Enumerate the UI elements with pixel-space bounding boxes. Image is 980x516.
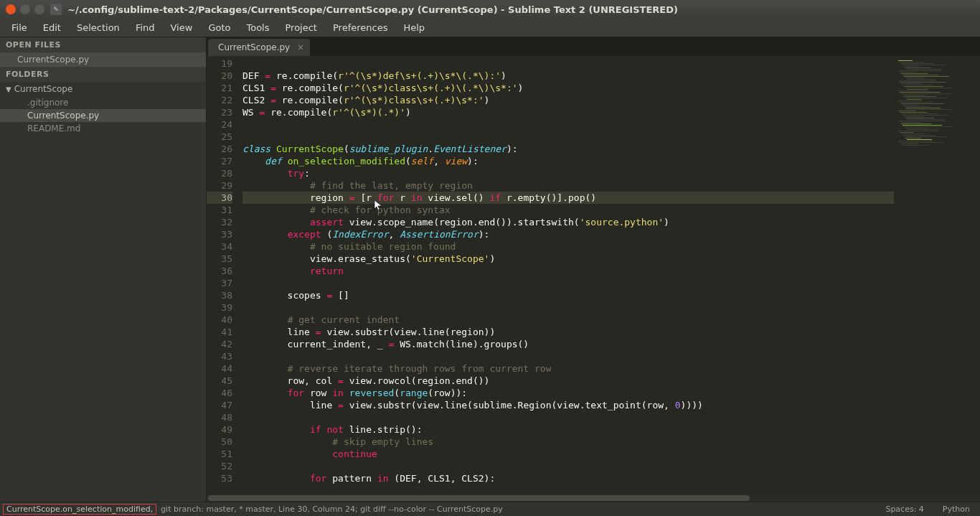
status-current-scope[interactable]: CurrentScope.on_selection_modified,	[3, 504, 156, 515]
sidebar: OPEN FILES CurrentScope.py FOLDERS ▼ Cur…	[0, 37, 207, 502]
main-area: OPEN FILES CurrentScope.py FOLDERS ▼ Cur…	[0, 37, 980, 502]
menu-goto[interactable]: Goto	[201, 19, 237, 36]
file-entry[interactable]: CurrentScope.py	[0, 109, 206, 122]
editor-pane: CurrentScope.py × 1920212223242526272829…	[207, 37, 980, 502]
minimap[interactable]	[894, 56, 980, 494]
status-indent[interactable]: Spaces: 4	[885, 505, 923, 514]
menu-view[interactable]: View	[164, 19, 200, 36]
window-controls	[6, 4, 44, 14]
menu-edit[interactable]: Edit	[36, 19, 68, 36]
menu-help[interactable]: Help	[396, 19, 432, 36]
close-window-button[interactable]	[6, 4, 16, 14]
folder-name: CurrentScope	[14, 84, 73, 94]
scrollbar-thumb[interactable]	[208, 495, 750, 501]
folder-collapse-icon: ▼	[6, 85, 11, 93]
tab-label: CurrentScope.py	[218, 42, 290, 52]
status-syntax[interactable]: Python	[943, 505, 970, 514]
tab-current-file[interactable]: CurrentScope.py ×	[208, 39, 310, 56]
code-area[interactable]: 1920212223242526272829303132333435363738…	[207, 56, 980, 494]
file-entry[interactable]: .gitignore	[0, 96, 206, 109]
app-icon: ✎	[50, 4, 62, 15]
menu-bar: FileEditSelectionFindViewGotoToolsProjec…	[0, 19, 980, 37]
menu-file[interactable]: File	[4, 19, 34, 36]
menu-selection[interactable]: Selection	[70, 19, 127, 36]
open-files-header: OPEN FILES	[0, 37, 206, 52]
menu-preferences[interactable]: Preferences	[326, 19, 395, 36]
status-bar: CurrentScope.on_selection_modified, git …	[0, 502, 980, 516]
menu-project[interactable]: Project	[278, 19, 324, 36]
folders-header: FOLDERS	[0, 67, 206, 82]
window-title: ~/.config/sublime-text-2/Packages/Curren…	[67, 4, 678, 15]
maximize-window-button[interactable]	[34, 4, 44, 14]
horizontal-scrollbar[interactable]	[207, 494, 980, 502]
folder-root[interactable]: ▼ CurrentScope	[0, 82, 206, 96]
file-entry[interactable]: README.md	[0, 122, 206, 135]
minimize-window-button[interactable]	[20, 4, 30, 14]
open-file-item[interactable]: CurrentScope.py	[0, 52, 206, 67]
title-bar: ✎ ~/.config/sublime-text-2/Packages/Curr…	[0, 0, 980, 19]
menu-tools[interactable]: Tools	[239, 19, 276, 36]
line-gutter: 1920212223242526272829303132333435363738…	[207, 56, 238, 494]
tab-bar: CurrentScope.py ×	[207, 37, 980, 56]
code-content[interactable]: DEF = re.compile(r'^(\s*)def\s+(.+)\s*\(…	[238, 56, 894, 494]
menu-find[interactable]: Find	[128, 19, 162, 36]
close-tab-icon[interactable]: ×	[297, 42, 304, 52]
status-git-info: git branch: master, * master, Line 30, C…	[161, 505, 503, 514]
